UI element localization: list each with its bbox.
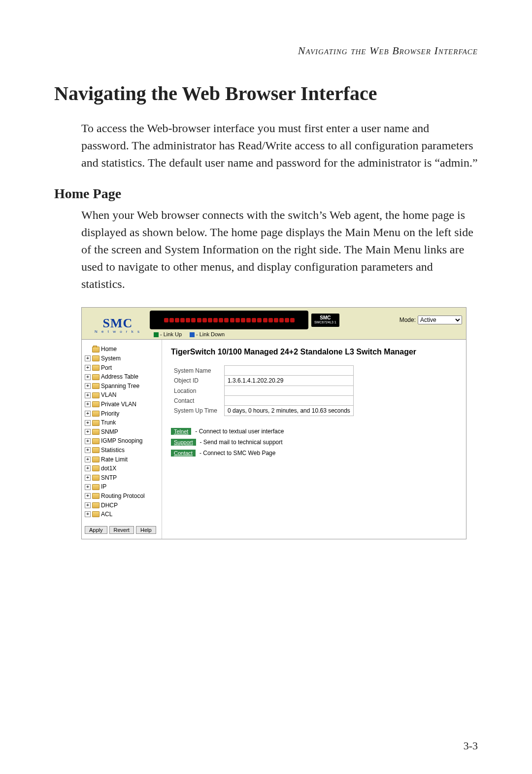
- expand-icon[interactable]: +: [85, 511, 91, 517]
- folder-icon: [92, 347, 100, 352]
- nav-item-label[interactable]: IP: [101, 482, 106, 492]
- expand-icon[interactable]: +: [85, 401, 91, 407]
- folder-icon: [92, 374, 100, 380]
- port-led-icon: [175, 318, 179, 322]
- table-row: System Name: [171, 366, 353, 376]
- expand-icon[interactable]: +: [85, 411, 91, 417]
- port-led-icon: [235, 318, 240, 322]
- help-button[interactable]: Help: [136, 526, 156, 534]
- table-row: Contact: [171, 396, 353, 406]
- nav-item-label[interactable]: IGMP Snooping: [101, 436, 143, 446]
- intro-paragraph: To access the Web-browser interface you …: [81, 120, 478, 171]
- nav-item-label[interactable]: Rate Limit: [101, 455, 128, 464]
- expand-icon[interactable]: +: [85, 429, 91, 435]
- nav-item-label[interactable]: SNTP: [101, 473, 117, 483]
- expand-icon[interactable]: +: [85, 457, 91, 462]
- nav-item[interactable]: +Statistics: [85, 446, 159, 455]
- expand-icon[interactable]: +: [85, 465, 91, 471]
- port-led-icon: [290, 318, 295, 322]
- running-head: Navigating the Web Browser Interface: [54, 44, 478, 57]
- support-link[interactable]: Support: [171, 439, 196, 446]
- nav-item[interactable]: +Priority: [85, 409, 159, 419]
- nav-item[interactable]: +Routing Protocol: [85, 492, 159, 501]
- nav-item[interactable]: Home: [85, 345, 159, 354]
- port-led-icon: [186, 318, 190, 322]
- revert-button[interactable]: Revert: [109, 526, 134, 534]
- nav-item[interactable]: +Address Table: [85, 372, 159, 382]
- row-label: System Up Time: [171, 406, 225, 416]
- nav-item[interactable]: +Spanning Tree: [85, 382, 159, 391]
- nav-item-label[interactable]: Statistics: [101, 446, 125, 455]
- nav-item-label[interactable]: Trunk: [101, 418, 116, 427]
- folder-icon: [92, 420, 100, 426]
- nav-item-label[interactable]: Home: [101, 345, 117, 354]
- nav-item[interactable]: +Trunk: [85, 418, 159, 427]
- nav-item-label[interactable]: Spanning Tree: [101, 382, 139, 391]
- nav-item-label[interactable]: Address Table: [101, 372, 138, 382]
- nav-item[interactable]: +IGMP Snooping: [85, 436, 159, 446]
- row-label: Contact: [171, 396, 225, 406]
- nav-item[interactable]: +dot1X: [85, 464, 159, 473]
- mode-select[interactable]: Active: [418, 316, 462, 324]
- nav-item-label[interactable]: SNMP: [101, 427, 118, 437]
- logo-block: SMC N e t w o r k s: [86, 311, 150, 333]
- nav-item-label[interactable]: dot1X: [101, 464, 116, 473]
- expand-icon[interactable]: +: [85, 383, 91, 389]
- nav-item-label[interactable]: System: [101, 354, 121, 363]
- nav-item[interactable]: +Port: [85, 363, 159, 373]
- row-value: 1.3.6.1.4.1.202.20.29: [225, 376, 354, 386]
- nav-item[interactable]: +IP: [85, 482, 159, 492]
- contact-link[interactable]: Contact: [171, 450, 196, 457]
- legend-link-down: - Link Down: [196, 331, 225, 337]
- content-panel: TigerSwitch 10/100 Managed 24+2 Standalo…: [162, 340, 466, 538]
- document-page: Navigating the Web Browser Interface Nav…: [0, 0, 532, 774]
- row-value: [225, 366, 354, 376]
- expand-icon[interactable]: +: [85, 475, 91, 481]
- folder-icon: [92, 484, 100, 490]
- nav-item-label[interactable]: VLAN: [101, 390, 116, 400]
- expand-icon[interactable]: +: [85, 374, 91, 380]
- nav-item[interactable]: +ACL: [85, 510, 159, 519]
- nav-item-label[interactable]: Private VLAN: [101, 400, 136, 409]
- port-led-icon: [268, 318, 273, 322]
- expand-icon[interactable]: +: [85, 392, 91, 398]
- link-description: - Connect to textual user interface: [195, 428, 284, 435]
- nav-item[interactable]: +Private VLAN: [85, 400, 159, 409]
- port-panel: [150, 311, 308, 329]
- nav-item-label[interactable]: Routing Protocol: [101, 492, 145, 501]
- expand-icon[interactable]: +: [85, 493, 91, 499]
- nav-item[interactable]: +SNMP: [85, 427, 159, 437]
- logo-text: SMC: [86, 317, 150, 329]
- expand-icon[interactable]: +: [85, 502, 91, 508]
- port-led-icon: [197, 318, 201, 322]
- expand-icon[interactable]: +: [85, 355, 91, 361]
- apply-button[interactable]: Apply: [85, 526, 107, 534]
- nav-item-label[interactable]: Port: [101, 363, 112, 373]
- brand-badge: SMC SMC6724L3 1: [311, 314, 339, 327]
- expand-icon[interactable]: +: [85, 447, 91, 453]
- expand-icon[interactable]: +: [85, 365, 91, 371]
- nav-item[interactable]: +DHCP: [85, 501, 159, 510]
- expand-icon[interactable]: +: [85, 420, 91, 426]
- telnet-link[interactable]: Telnet: [171, 428, 191, 435]
- app-header: SMC N e t w o r k s: [82, 308, 466, 340]
- nav-item[interactable]: +VLAN: [85, 390, 159, 400]
- nav-tree: Home+System+Port+Address Table+Spanning …: [85, 345, 159, 519]
- expand-icon[interactable]: +: [85, 438, 91, 444]
- nav-item-label[interactable]: ACL: [101, 510, 112, 519]
- link-row: Support- Send mail to technical support: [171, 439, 458, 446]
- nav-item[interactable]: +SNTP: [85, 473, 159, 483]
- row-value: 0 days, 0 hours, 2 minutes, and 10.63 se…: [225, 406, 354, 416]
- folder-icon: [92, 465, 100, 471]
- table-row: System Up Time0 days, 0 hours, 2 minutes…: [171, 406, 353, 416]
- nav-item-label[interactable]: DHCP: [101, 501, 118, 510]
- nav-item[interactable]: +Rate Limit: [85, 455, 159, 464]
- table-row: Object ID1.3.6.1.4.1.202.20.29: [171, 376, 353, 386]
- expand-icon[interactable]: +: [85, 484, 91, 490]
- folder-icon: [92, 355, 100, 361]
- port-led-icon: [208, 318, 212, 322]
- nav-item-label[interactable]: Priority: [101, 409, 119, 419]
- nav-item[interactable]: +System: [85, 354, 159, 363]
- port-led-icon: [274, 318, 278, 322]
- link-description: - Connect to SMC Web Page: [200, 450, 276, 457]
